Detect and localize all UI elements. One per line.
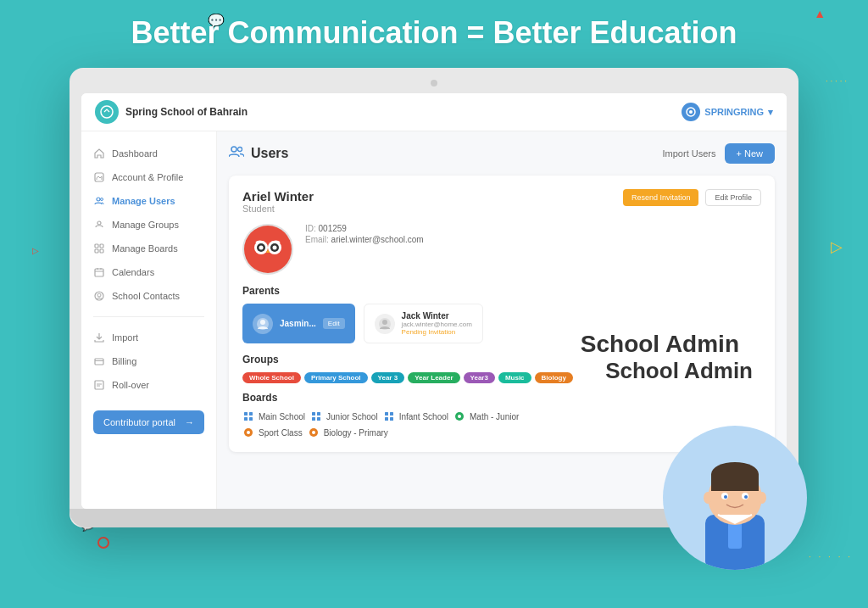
boards-icon [93, 243, 105, 254]
resend-invitation-button[interactable]: Resend Invitation [623, 189, 699, 206]
sidebar-item-import[interactable]: Import [81, 326, 216, 349]
decor-triangle-2: ▷ [32, 246, 39, 255]
import-icon [93, 332, 105, 343]
user-id: ID: 001259 [305, 224, 761, 233]
parent-avatar-1 [253, 314, 273, 334]
sidebar-item-calendars[interactable]: Calendars [81, 260, 216, 284]
svg-rect-38 [385, 412, 388, 416]
user-card-actions: Resend Invitation Edit Profile [623, 189, 761, 206]
group-tag-6[interactable]: Biology [535, 372, 573, 383]
school-logo [95, 100, 119, 124]
svg-rect-15 [95, 381, 103, 389]
svg-point-58 [758, 492, 766, 504]
svg-point-5 [101, 198, 103, 201]
sidebar-label-calendars: Calendars [112, 267, 154, 277]
group-tag-4[interactable]: Year3 [464, 372, 495, 383]
user-card: Ariel Winter Student Resend Invitation E… [229, 176, 775, 452]
sidebar-item-account[interactable]: Account & Profile [81, 165, 216, 189]
user-avatar-wrap [242, 224, 293, 275]
sidebar-divider [93, 316, 204, 317]
edit-profile-button[interactable]: Edit Profile [705, 189, 761, 206]
user-name: Ariel Winter [242, 189, 314, 204]
board-grid-icon-2 [383, 410, 395, 422]
svg-rect-52 [711, 474, 759, 491]
svg-rect-33 [249, 417, 253, 421]
users-page-icon [229, 146, 244, 161]
laptop-container: Spring School of Bahrain SPRINGRING ▾ [70, 68, 798, 527]
svg-rect-9 [95, 249, 98, 253]
school-logo-area: Spring School of Bahrain [95, 100, 248, 124]
svg-rect-8 [100, 244, 103, 248]
school-admin-overlay-label: School Admin [605, 358, 753, 384]
svg-rect-11 [95, 269, 103, 276]
svg-rect-39 [390, 412, 393, 416]
import-users-button[interactable]: Import Users [663, 148, 716, 159]
svg-rect-35 [317, 412, 320, 416]
svg-rect-41 [390, 417, 393, 421]
contacts-icon [93, 290, 105, 302]
board-item-0[interactable]: Main School [242, 410, 305, 422]
sidebar-label-import: Import [112, 332, 138, 343]
board-item-2[interactable]: Infant School [383, 410, 448, 422]
sidebar-label-manage-boards: Manage Boards [112, 243, 178, 254]
new-button[interactable]: + New [725, 143, 776, 164]
user-email-label: Email: [305, 235, 329, 244]
decor-triangle-3: ▷ [831, 237, 843, 256]
users-icon [93, 195, 105, 207]
parent-edit-button[interactable]: Edit [323, 318, 345, 329]
sidebar: Dashboard Account & Profile [81, 131, 217, 509]
springring-chevron[interactable]: ▾ [768, 107, 773, 118]
sidebar-nav-bottom: Import Billing [81, 326, 216, 397]
svg-point-0 [101, 106, 113, 118]
sidebar-item-manage-groups[interactable]: Manage Groups [81, 213, 216, 237]
svg-rect-32 [244, 417, 248, 421]
svg-rect-37 [317, 417, 320, 421]
group-tag-2[interactable]: Year 3 [371, 372, 405, 383]
user-details: ID: 001259 Email: ariel.winter@school.co… [305, 224, 761, 275]
svg-point-27 [260, 320, 265, 325]
contributor-portal-button[interactable]: Contributor portal → [93, 410, 204, 434]
sidebar-item-dashboard[interactable]: Dashboard [81, 142, 216, 165]
boards-section: Boards [242, 392, 761, 438]
group-tag-0[interactable]: Whole School [242, 372, 301, 383]
app-topbar: Spring School of Bahrain SPRINGRING ▾ [81, 93, 787, 131]
board-item-5[interactable]: Biology - Primary [308, 427, 388, 438]
board-label-1: Junior School [326, 412, 378, 421]
springring-brand: SPRINGRING ▾ [682, 103, 773, 121]
svg-rect-31 [249, 412, 253, 416]
sidebar-item-manage-boards[interactable]: Manage Boards [81, 237, 216, 260]
sidebar-label-manage-users: Manage Users [112, 196, 175, 206]
school-admin-text: School Admin [581, 331, 739, 358]
sidebar-item-billing[interactable]: Billing [81, 349, 216, 373]
board-item-3[interactable]: Math - Junior [453, 410, 519, 422]
svg-point-13 [97, 293, 101, 297]
board-grid-icon-0 [242, 410, 254, 422]
sidebar-label-account: Account & Profile [112, 172, 183, 182]
svg-rect-10 [100, 249, 103, 253]
group-tag-1[interactable]: Primary School [304, 372, 368, 383]
page-title-area: Users [229, 146, 288, 161]
user-id-label: ID: [305, 224, 316, 233]
user-email: Email: ariel.winter@school.com [305, 235, 761, 244]
board-item-4[interactable]: Sport Class [242, 427, 303, 438]
laptop-screen: Spring School of Bahrain SPRINGRING ▾ [81, 93, 787, 509]
board-label-4: Sport Class [259, 428, 303, 438]
board-circle-icon-4 [242, 427, 254, 438]
board-label-3: Math - Junior [470, 412, 519, 421]
sidebar-label-manage-groups: Manage Groups [112, 220, 179, 230]
group-tag-5[interactable]: Music [498, 372, 531, 383]
header-actions: Import Users + New [663, 143, 775, 164]
sidebar-item-manage-users[interactable]: Manage Users [81, 189, 216, 213]
sidebar-label-billing: Billing [112, 356, 136, 366]
board-circle-icon-5 [308, 427, 320, 438]
board-label-2: Infant School [399, 412, 448, 421]
sidebar-label-school-contacts: School Contacts [112, 291, 180, 301]
svg-point-29 [382, 320, 387, 325]
group-tag-3[interactable]: Year Leader [408, 372, 459, 383]
board-item-1[interactable]: Junior School [310, 410, 378, 422]
board-circle-icon-3 [453, 410, 465, 422]
user-card-header: Ariel Winter Student Resend Invitation E… [242, 189, 761, 214]
sidebar-item-school-contacts[interactable]: School Contacts [81, 284, 216, 308]
sidebar-item-rollover[interactable]: Roll-over [81, 373, 216, 397]
parent-card-active: Jasmin... Edit [242, 304, 355, 343]
